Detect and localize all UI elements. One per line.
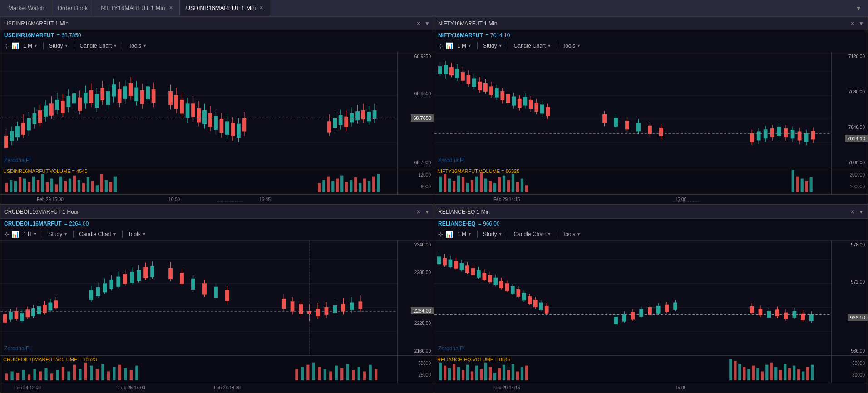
svg-rect-23	[55, 100, 59, 109]
panel-header-reliance: RELIANCE-EQ 1 Min ✕ ▼	[434, 205, 868, 219]
tab-order-book[interactable]: Order Book	[51, 0, 94, 16]
svg-rect-251	[3, 314, 6, 322]
panel-header-usdinr: USDINR16MARFUT 1 Min ✕ ▼	[0, 17, 434, 30]
timeframe-btn-usdinr[interactable]: 1 M ▼	[21, 42, 40, 50]
tab-usdinr[interactable]: USDINR16MARFUT 1 Min ✕	[180, 0, 271, 16]
tab-nifty-close[interactable]: ✕	[169, 5, 173, 11]
study-btn-nifty[interactable]: Study ▼	[481, 42, 505, 50]
svg-rect-73	[208, 113, 212, 126]
timeframe-btn-reliance[interactable]: 1 M ▼	[455, 230, 474, 238]
crosshair-icon-nifty: ⊹	[438, 42, 444, 49]
svg-rect-235	[503, 176, 505, 192]
svg-rect-136	[345, 182, 348, 192]
current-price-usdinr: 68.7850	[411, 114, 434, 122]
candle-svg-nifty	[434, 52, 831, 167]
svg-rect-279	[117, 277, 120, 286]
svg-rect-111	[32, 177, 35, 192]
svg-rect-470	[774, 367, 777, 381]
study-btn-crude[interactable]: Study ▼	[46, 230, 70, 238]
svg-rect-356	[340, 368, 343, 381]
svg-rect-157	[461, 72, 464, 80]
panel-overflow-crude[interactable]: ▼	[424, 209, 430, 215]
panel-overflow-reliance[interactable]: ▼	[858, 209, 864, 215]
candle-chart-btn-usdinr[interactable]: Candle Chart ▼	[78, 42, 120, 50]
svg-rect-149	[439, 67, 442, 74]
toolbar-usdinr: ⊹ 📊 1 M ▼ Study ▼ Candle Chart ▼ Tools ▼	[0, 39, 434, 52]
candle-chart-btn-reliance[interactable]: Candle Chart ▼	[512, 230, 554, 238]
chart-canvas-usdinr[interactable]: Zerodha Pi	[0, 52, 397, 167]
svg-rect-49	[129, 84, 132, 96]
panel-overflow-usdinr[interactable]: ▼	[424, 20, 430, 27]
svg-rect-426	[759, 309, 762, 315]
study-btn-usdinr[interactable]: Study ▼	[47, 42, 71, 50]
svg-rect-455	[507, 370, 510, 380]
tools-btn-crude[interactable]: Tools ▼	[126, 230, 148, 238]
svg-rect-464	[747, 369, 750, 381]
svg-rect-107	[14, 181, 17, 192]
svg-rect-5	[5, 136, 8, 147]
svg-rect-43	[112, 85, 115, 96]
svg-rect-105	[5, 183, 8, 192]
panel-overflow-nifty[interactable]: ▼	[858, 20, 864, 27]
panel-close-reliance[interactable]: ✕	[850, 209, 855, 215]
tab-usdinr-close[interactable]: ✕	[259, 5, 263, 11]
svg-rect-187	[546, 107, 549, 116]
chart-main-nifty: Zerodha Pi 7120.00 7080.00 7040.00 7000.…	[434, 52, 868, 167]
timeframe-btn-nifty[interactable]: 1 M ▼	[455, 42, 474, 50]
tools-btn-usdinr[interactable]: Tools ▼	[126, 42, 149, 50]
svg-rect-327	[22, 370, 25, 380]
tools-btn-nifty[interactable]: Tools ▼	[560, 42, 583, 50]
svg-rect-215	[798, 132, 801, 140]
svg-rect-297	[203, 284, 206, 294]
svg-rect-222	[444, 174, 446, 192]
svg-rect-430	[776, 310, 779, 316]
panel-close-usdinr[interactable]: ✕	[416, 20, 421, 27]
svg-rect-45	[118, 89, 121, 102]
toolbar-sep2	[74, 42, 74, 49]
volume-axis-usdinr: 12000 6000	[397, 167, 434, 194]
candle-dropdown-arrow: ▼	[113, 44, 117, 48]
tab-nifty[interactable]: NIFTY16MARFUT 1 Min ✕	[94, 0, 179, 16]
svg-rect-447	[471, 371, 473, 380]
svg-rect-390	[500, 281, 503, 288]
svg-rect-291	[169, 268, 172, 279]
svg-rect-127	[105, 180, 108, 192]
svg-rect-400	[528, 296, 531, 304]
chart-canvas-crude[interactable]: Zerodha Pi	[0, 241, 397, 355]
svg-rect-380	[471, 268, 474, 275]
svg-rect-452	[493, 373, 496, 380]
tools-btn-reliance[interactable]: Tools ▼	[560, 230, 583, 238]
svg-rect-233	[493, 183, 496, 192]
svg-rect-295	[192, 279, 195, 289]
panel-close-nifty[interactable]: ✕	[850, 20, 855, 27]
chart-canvas-nifty[interactable]: Zerodha Pi	[434, 52, 831, 167]
svg-rect-330	[39, 371, 42, 380]
svg-rect-121	[78, 180, 80, 192]
svg-rect-115	[50, 179, 53, 192]
study-btn-reliance[interactable]: Study ▼	[481, 230, 505, 238]
svg-rect-474	[793, 366, 795, 380]
svg-rect-321	[359, 302, 362, 309]
svg-rect-358	[352, 370, 355, 380]
svg-rect-360	[363, 371, 366, 380]
svg-rect-334	[62, 367, 64, 381]
svg-rect-161	[473, 79, 476, 87]
tab-market-watch[interactable]: Market Watch	[2, 0, 51, 16]
svg-rect-87	[327, 122, 330, 132]
candle-chart-btn-nifty[interactable]: Candle Chart ▼	[512, 42, 554, 50]
svg-rect-112	[37, 180, 39, 192]
panel-close-crude[interactable]: ✕	[416, 209, 421, 215]
chart-main-usdinr: Zerodha Pi 68.9250 68.8500 68.7000 68.78…	[0, 52, 434, 167]
svg-rect-414	[640, 309, 643, 317]
tab-overflow-btn[interactable]: ▼	[851, 5, 866, 12]
volume-section-reliance: RELIANCE-EQ.VOLUME = 8545	[434, 355, 868, 383]
svg-rect-315	[333, 305, 336, 313]
symbol-name-usdinr: USDINR16MARFUT	[4, 32, 54, 39]
chart-type-icon-reliance: 📊	[445, 231, 453, 238]
svg-rect-39	[101, 88, 104, 100]
svg-rect-244	[805, 181, 808, 192]
timeframe-btn-crude[interactable]: 1 H ▼	[21, 230, 39, 238]
candle-chart-btn-crude[interactable]: Candle Chart ▼	[77, 230, 119, 238]
svg-rect-129	[114, 177, 117, 192]
chart-canvas-reliance[interactable]: Zerodha Pi	[434, 241, 831, 355]
